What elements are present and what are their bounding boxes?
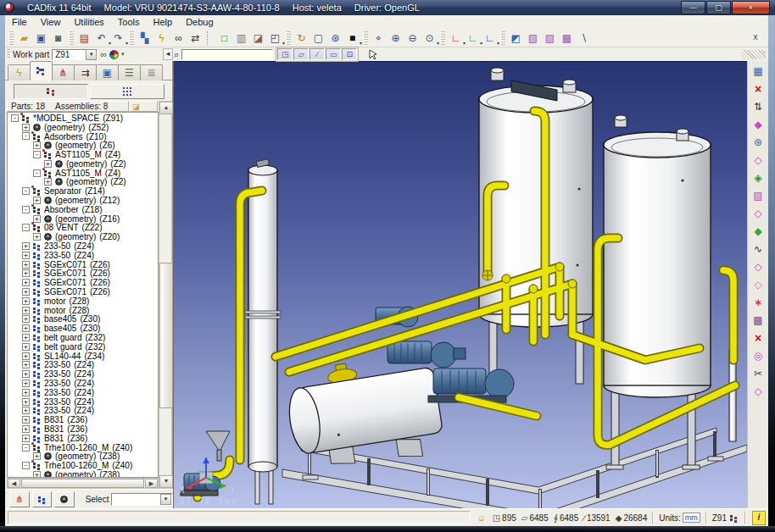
tree-row[interactable]: - Trhe100-1260_M (Z40)	[8, 461, 158, 470]
zoom-in-icon[interactable]: ⊕	[388, 30, 404, 45]
tree-expander[interactable]: +	[22, 380, 30, 387]
viewport[interactable]: X Y 27.78 fps	[174, 61, 747, 508]
tree-expander[interactable]: +	[22, 389, 30, 396]
tree-row[interactable]: + (geometry) (Z6)	[8, 141, 158, 150]
tree-expander[interactable]: +	[33, 233, 41, 241]
tree-row[interactable]: - Absorber (Z18)	[8, 205, 158, 214]
repair-geometry-icon[interactable]: ◈	[750, 169, 767, 186]
menu-item[interactable]: View	[34, 16, 68, 28]
flatten-surface-icon[interactable]: ◇	[750, 275, 767, 293]
delete-entity-icon[interactable]: ×	[750, 80, 767, 97]
transform-entity-icon[interactable]: ∗	[750, 293, 767, 311]
view-axis-y-icon[interactable]: ∟	[465, 30, 481, 45]
tree-row[interactable]: + base405 (Z30)	[8, 315, 158, 324]
highlight-point-icon[interactable]: ▩	[559, 30, 575, 45]
tree-row[interactable]: + 233-50 (Z24)	[8, 241, 158, 251]
trim-surface-icon[interactable]: ✂	[750, 364, 767, 382]
command-file-icon[interactable]: ϟ	[153, 30, 170, 45]
find-part-icon[interactable]: ∞	[100, 49, 107, 59]
tree-expander[interactable]: +	[44, 178, 52, 186]
highlight-surface-icon[interactable]: ▧	[525, 30, 541, 45]
scroll-left-icon[interactable]: ◀	[8, 479, 20, 488]
build-surface-icon[interactable]: ◆	[750, 115, 767, 133]
tree-expander[interactable]: +	[22, 352, 30, 360]
toolbar-grip[interactable]	[500, 31, 505, 45]
tab-transforms[interactable]: ⇉	[74, 64, 97, 80]
tab-views[interactable]: ▣	[96, 64, 119, 80]
tree-expander[interactable]: -	[22, 132, 30, 140]
entity-search-input[interactable]	[181, 49, 273, 60]
tree-row[interactable]: + motor (Z28)	[8, 296, 158, 306]
tree-view-toggle[interactable]	[14, 84, 88, 99]
tree-expander[interactable]: +	[22, 324, 30, 332]
check-surface-icon[interactable]: ▨	[750, 186, 767, 204]
tree-row[interactable]: + 233-50 (Z24)	[8, 369, 158, 379]
tree-row[interactable]: - Adsorbers (Z10)	[8, 132, 158, 141]
tree-expander[interactable]: +	[22, 435, 30, 442]
tab-quick-access[interactable]: ϟ	[8, 64, 31, 80]
save-icon[interactable]: ▣	[33, 30, 49, 45]
tree-row[interactable]: + SGExC071 (Z26)	[8, 287, 158, 296]
tree-expander[interactable]: -	[22, 206, 30, 213]
display-options-icon[interactable]: ▚	[137, 30, 153, 45]
info-button[interactable]: i	[752, 511, 766, 525]
scroll-up-icon[interactable]: ▲	[159, 102, 173, 114]
tree-expander[interactable]: -	[11, 114, 19, 122]
tree-row[interactable]: - Trhe100-1260_M (Z40)	[8, 443, 158, 452]
tree-expander[interactable]: +	[22, 124, 30, 131]
delete-mesh-icon[interactable]: ×	[750, 329, 767, 346]
tree-row[interactable]: + 233-50 (Z24)	[8, 388, 158, 397]
minimize-button[interactable]: —	[681, 1, 705, 14]
tab-layers[interactable]: ☰	[118, 64, 141, 80]
tree-expander[interactable]: +	[22, 307, 30, 314]
select-wire-filter[interactable]: ▭	[326, 48, 341, 60]
toolbar-grip[interactable]	[69, 31, 74, 45]
geometry-button[interactable]	[54, 491, 75, 507]
tree-expander[interactable]: +	[22, 261, 30, 269]
work-part-combobox[interactable]: Z91 ▾	[52, 49, 98, 60]
tree-row[interactable]: + SGExC071 (Z26)	[8, 278, 158, 287]
tree-expander[interactable]: +	[22, 398, 30, 406]
chevron-down-icon[interactable]: ▾	[160, 494, 171, 505]
tree-expander[interactable]: +	[22, 315, 30, 323]
menu-item[interactable]: Help	[147, 16, 180, 28]
paint-icon[interactable]: ∖	[576, 30, 592, 45]
tree-expander[interactable]: -	[33, 151, 41, 158]
tree-row[interactable]: + 233-50 (Z24)	[8, 251, 158, 260]
view-axis-x-icon[interactable]: ∟	[448, 30, 464, 45]
tree-marker-icon[interactable]: ◪	[129, 101, 158, 112]
tree-row[interactable]: + motor (Z28)	[8, 306, 158, 315]
column-vessel[interactable]	[245, 159, 281, 504]
tree-expander[interactable]: +	[22, 288, 30, 296]
undo-icon[interactable]: ↶	[93, 30, 109, 45]
view-sphere-icon[interactable]: ⊛	[327, 30, 343, 45]
view-axis-z-icon[interactable]: ∟	[482, 30, 498, 45]
menu-item[interactable]: Tools	[111, 16, 147, 28]
tree-row[interactable]: + (geometry) (Z52)	[8, 123, 158, 132]
wireframe-view-icon[interactable]: □	[216, 30, 232, 45]
tree-expander[interactable]: -	[22, 444, 30, 452]
zoom-window-icon[interactable]: ▢	[310, 30, 326, 45]
title-bar[interactable]: CADfix 11 64bit Model: VRU 9021474-S3-AA…	[0, 0, 775, 15]
3d-model-canvas[interactable]: X Y	[174, 62, 747, 508]
adsorber-tank-2[interactable]	[604, 115, 711, 469]
assembly-button[interactable]	[32, 491, 53, 507]
tree-row[interactable]: + base405 (Z30)	[8, 324, 158, 333]
tree-expander[interactable]: +	[33, 141, 41, 149]
drain-funnel[interactable]	[206, 431, 230, 461]
tree-row[interactable]: - AST1105_M (Z4)	[8, 150, 158, 159]
tab-connectivity[interactable]: ⋔	[52, 64, 75, 80]
find-icon[interactable]: ∞	[170, 30, 187, 45]
tree-expander[interactable]: +	[33, 471, 41, 478]
open-file-icon[interactable]: ▰	[16, 30, 32, 45]
redo-icon[interactable]: ↷	[110, 30, 126, 45]
panel-grip[interactable]	[7, 49, 10, 59]
menu-item[interactable]: File	[5, 16, 34, 28]
tab-notes[interactable]: ≣	[140, 64, 163, 80]
select-body-filter[interactable]: ◳	[277, 48, 293, 60]
tree-row[interactable]: + 233-50 (Z24)	[8, 361, 158, 370]
tree-row[interactable]: + (geometry) (Z38)	[8, 470, 158, 478]
shaded-view-icon[interactable]: ◪	[250, 30, 266, 45]
add-surface-icon[interactable]: ◆	[750, 222, 767, 240]
close-button[interactable]: ×	[732, 1, 770, 14]
